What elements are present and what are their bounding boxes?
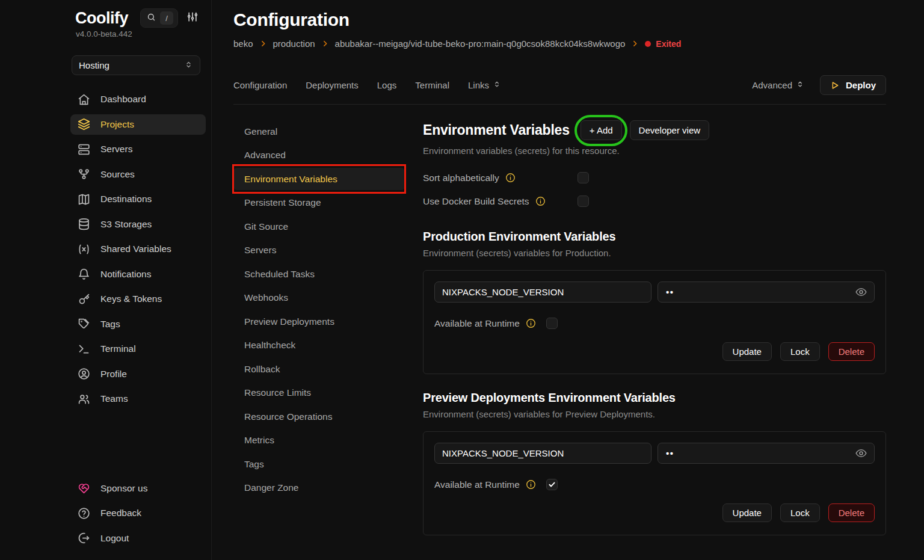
variable-name-input[interactable] bbox=[434, 443, 651, 464]
sidebar-item-shared-variables[interactable]: Shared Variables bbox=[70, 239, 206, 259]
available-at-runtime-checkbox[interactable] bbox=[546, 479, 558, 490]
advanced-dropdown[interactable]: Advanced bbox=[752, 80, 804, 90]
variable-name-input[interactable] bbox=[434, 282, 651, 303]
subnav-item-scheduled-tasks[interactable]: Scheduled Tasks bbox=[233, 263, 405, 285]
subnav-item-resource-operations[interactable]: Resource Operations bbox=[233, 405, 405, 428]
parentheses-x-icon bbox=[78, 243, 90, 256]
subnav-item-healthcheck[interactable]: Healthcheck bbox=[233, 334, 405, 357]
sidebar-item-label: Keys & Tokens bbox=[100, 294, 162, 304]
available-at-runtime-row: Available at Runtime bbox=[434, 479, 875, 490]
chevron-up-down-icon bbox=[184, 60, 193, 71]
subnav-item-metrics[interactable]: Metrics bbox=[233, 429, 405, 452]
page-title: Configuration bbox=[233, 9, 886, 31]
sidebar-item-label: Shared Variables bbox=[100, 244, 171, 254]
sidebar-item-label: Dashboard bbox=[100, 94, 146, 105]
help-circle-icon bbox=[78, 507, 90, 520]
chevron-right-icon bbox=[321, 40, 329, 48]
team-select-value: Hosting bbox=[79, 60, 109, 70]
lock-button[interactable]: Lock bbox=[780, 342, 820, 361]
sidebar-item-label: Profile bbox=[100, 369, 127, 380]
logout-icon bbox=[78, 532, 90, 544]
sidebar-item-profile[interactable]: Profile bbox=[70, 364, 206, 384]
sidebar-item-dashboard[interactable]: Dashboard bbox=[70, 89, 206, 109]
play-icon bbox=[830, 81, 840, 90]
sidebar-footer: Sponsor us Feedback Logout bbox=[70, 478, 206, 553]
chevron-right-icon bbox=[631, 40, 639, 48]
subnav-item-danger-zone[interactable]: Danger Zone bbox=[233, 477, 405, 499]
docker-build-secrets-checkbox[interactable] bbox=[578, 195, 589, 207]
delete-button[interactable]: Delete bbox=[828, 503, 875, 522]
main-area: Configuration beko production abubakar--… bbox=[212, 0, 924, 560]
production-section-heading: Production Environment Variables bbox=[423, 230, 886, 244]
subnav-item-persistent-storage[interactable]: Persistent Storage bbox=[233, 192, 405, 214]
brand-row: Coolify / bbox=[70, 8, 206, 28]
sidebar-item-label: Logout bbox=[100, 533, 129, 544]
sidebar-item-notifications[interactable]: Notifications bbox=[70, 264, 206, 285]
sidebar-item-label: Teams bbox=[100, 393, 128, 404]
developer-view-button[interactable]: Developer view bbox=[630, 120, 710, 140]
update-button[interactable]: Update bbox=[722, 503, 772, 522]
heart-handshake-icon bbox=[78, 482, 90, 494]
tab-configuration[interactable]: Configuration bbox=[233, 80, 287, 90]
masked-value: •• bbox=[666, 448, 674, 458]
subnav-item-general[interactable]: General bbox=[233, 120, 405, 143]
add-button[interactable]: + Add bbox=[581, 120, 622, 140]
update-button[interactable]: Update bbox=[722, 342, 772, 361]
env-var-card-production: •• Available at Runtime Update Lock bbox=[423, 270, 886, 374]
delete-button[interactable]: Delete bbox=[828, 342, 875, 361]
breadcrumb-resource[interactable]: abubakar--meigag/vid-tube-beko-pro:main-… bbox=[335, 38, 626, 49]
info-icon bbox=[526, 479, 536, 490]
tab-logs[interactable]: Logs bbox=[377, 80, 397, 90]
sidebar-item-keys-tokens[interactable]: Keys & Tokens bbox=[70, 289, 206, 309]
subnav-item-resource-limits[interactable]: Resource Limits bbox=[233, 382, 405, 404]
tab-links[interactable]: Links bbox=[468, 80, 501, 90]
subnav-item-preview-deployments[interactable]: Preview Deployments bbox=[233, 310, 405, 333]
eye-icon[interactable] bbox=[855, 447, 867, 460]
docker-build-secrets-label: Use Docker Build Secrets bbox=[423, 196, 529, 207]
sidebar-item-s3-storages[interactable]: S3 Storages bbox=[70, 214, 206, 235]
breadcrumb-environment[interactable]: production bbox=[273, 38, 315, 49]
git-fork-icon bbox=[78, 168, 90, 180]
sidebar-item-projects[interactable]: Projects bbox=[70, 114, 206, 135]
subnav-item-environment-variables[interactable]: Environment Variables bbox=[233, 168, 405, 190]
search-shortcut-key: / bbox=[160, 11, 173, 25]
tabs-row: Configuration Deployments Logs Terminal … bbox=[233, 75, 886, 105]
variable-value-input[interactable]: •• bbox=[658, 282, 875, 303]
sidebar-item-teams[interactable]: Teams bbox=[70, 389, 206, 409]
available-at-runtime-row: Available at Runtime bbox=[434, 318, 875, 329]
sidebar-item-sponsor[interactable]: Sponsor us bbox=[70, 478, 206, 499]
sidebar-item-label: Terminal bbox=[100, 343, 136, 354]
variable-value-input[interactable]: •• bbox=[658, 443, 875, 464]
team-select[interactable]: Hosting bbox=[72, 55, 200, 75]
production-section-subtitle: Environment (secrets) variables for Prod… bbox=[423, 248, 886, 258]
search-button[interactable]: / bbox=[140, 8, 178, 28]
breadcrumb-project[interactable]: beko bbox=[233, 38, 253, 49]
subnav-item-servers[interactable]: Servers bbox=[233, 239, 405, 262]
env-vars-content: Environment Variables + Add Developer vi… bbox=[423, 120, 886, 559]
sidebar-item-tags[interactable]: Tags bbox=[70, 314, 206, 334]
sidebar-item-destinations[interactable]: Destinations bbox=[70, 189, 206, 209]
subnav-item-git-source[interactable]: Git Source bbox=[233, 215, 405, 238]
subnav-item-advanced[interactable]: Advanced bbox=[233, 144, 405, 167]
sidebar-item-label: Sponsor us bbox=[100, 483, 147, 494]
sidebar-item-logout[interactable]: Logout bbox=[70, 528, 206, 549]
app-version: v4.0.0-beta.442 bbox=[70, 29, 206, 38]
tag-icon bbox=[78, 318, 90, 330]
env-vars-subtitle: Environment variables (secrets) for this… bbox=[423, 146, 886, 156]
tab-deployments[interactable]: Deployments bbox=[306, 80, 359, 90]
eye-icon[interactable] bbox=[855, 286, 867, 298]
tab-terminal[interactable]: Terminal bbox=[415, 80, 449, 90]
search-icon bbox=[147, 13, 156, 24]
sidebar-item-terminal[interactable]: Terminal bbox=[70, 339, 206, 359]
lock-button[interactable]: Lock bbox=[780, 503, 820, 522]
subnav-item-tags[interactable]: Tags bbox=[233, 453, 405, 475]
available-at-runtime-checkbox[interactable] bbox=[546, 318, 558, 329]
sort-alphabetically-checkbox[interactable] bbox=[578, 172, 589, 183]
sidebar-item-feedback[interactable]: Feedback bbox=[70, 503, 206, 523]
settings-sliders-icon[interactable] bbox=[186, 11, 199, 25]
sidebar-item-servers[interactable]: Servers bbox=[70, 139, 206, 159]
sidebar-item-sources[interactable]: Sources bbox=[70, 164, 206, 185]
deploy-button[interactable]: Deploy bbox=[820, 75, 886, 95]
subnav-item-rollback[interactable]: Rollback bbox=[233, 358, 405, 380]
subnav-item-webhooks[interactable]: Webhooks bbox=[233, 287, 405, 309]
